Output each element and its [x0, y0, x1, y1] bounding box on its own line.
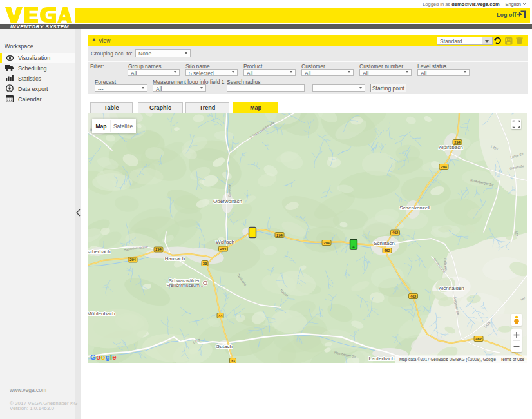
svg-text:462: 462	[392, 231, 399, 235]
svg-text:Schiltach: Schiltach	[374, 240, 394, 246]
svg-text:294: 294	[155, 248, 162, 251]
svg-text:Satellite: Satellite	[113, 123, 133, 130]
svg-text:Freilichtmuseum...: Freilichtmuseum...	[166, 283, 203, 287]
svg-text:Aichhalden: Aichhalden	[439, 286, 464, 291]
svg-text:462: 462	[384, 249, 390, 253]
svg-text:Terms of Use: Terms of Use	[500, 357, 525, 362]
svg-text:Alpirsbach: Alpirsbach	[439, 144, 462, 150]
svg-text:462: 462	[475, 337, 482, 341]
svg-text:294: 294	[441, 165, 447, 169]
svg-text:33: 33	[231, 359, 235, 363]
svg-text:294: 294	[454, 141, 461, 144]
svg-text:Lauterbach: Lauterbach	[368, 356, 394, 362]
svg-text:Hausach: Hausach	[165, 256, 185, 262]
svg-text:294: 294	[129, 258, 136, 262]
svg-text:Oberwolfach: Oberwolfach	[213, 199, 242, 204]
svg-text:Map data ©2017 GeoBasis-DE/BKG: Map data ©2017 GeoBasis-DE/BKG (©2009), …	[399, 357, 496, 362]
svg-text:Gutach: Gutach	[216, 344, 233, 349]
svg-text:294: 294	[220, 247, 227, 251]
svg-text:33: 33	[203, 262, 207, 266]
svg-text:Wolfach: Wolfach	[216, 239, 234, 245]
svg-text:294: 294	[323, 241, 330, 245]
svg-text:Moosweg: Moosweg	[228, 184, 232, 197]
svg-text:Google: Google	[90, 353, 117, 361]
svg-text:Map: Map	[96, 123, 107, 130]
svg-text:294: 294	[276, 233, 283, 237]
svg-text:Schenkenzell: Schenkenzell	[399, 205, 430, 211]
svg-text:Schwarzwälder: Schwarzwälder	[169, 278, 200, 283]
svg-text:Mühlenbach: Mühlenbach	[88, 311, 115, 317]
svg-text:33: 33	[218, 314, 223, 318]
svg-text:462: 462	[410, 295, 417, 298]
svg-text:Fischerbach: Fischerbach	[88, 249, 111, 255]
